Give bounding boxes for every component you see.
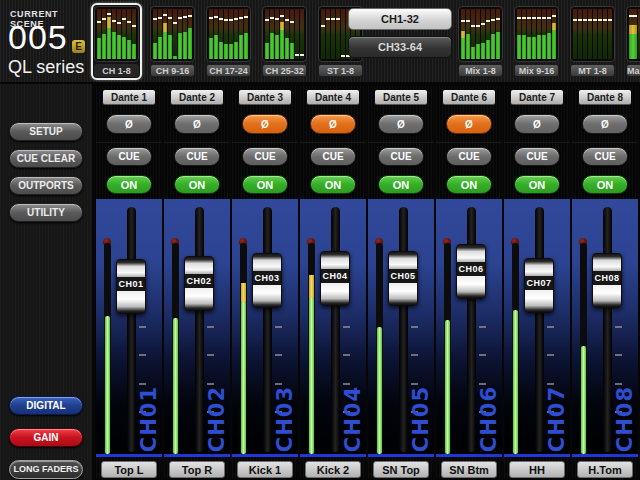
meter-block-label[interactable]: CH 1-8 xyxy=(94,64,139,77)
meter-block-label[interactable]: CH 17-24 xyxy=(206,64,251,77)
meter-bar xyxy=(163,9,167,59)
cue-button[interactable]: CUE xyxy=(106,147,152,166)
meter-block-ch-25-32[interactable]: CH 25-32 xyxy=(259,3,310,80)
meter-block-mix-9-16[interactable]: Mix 9-16 xyxy=(511,3,562,80)
fader-cap[interactable]: CH03 xyxy=(252,253,282,308)
meter-block-ch-17-24[interactable]: CH 17-24 xyxy=(203,3,254,80)
cue-button[interactable]: CUE xyxy=(174,147,220,166)
phase-button[interactable]: Ø xyxy=(242,114,288,134)
fader-track[interactable] xyxy=(263,207,272,452)
channel-name[interactable]: SN Btm xyxy=(441,461,497,478)
fader-track[interactable] xyxy=(603,207,612,452)
meter-block-label[interactable]: Mix 9-16 xyxy=(514,64,559,77)
bank-button-ch33-64[interactable]: CH33-64 xyxy=(348,36,452,58)
meter-bar xyxy=(466,9,470,59)
channel-name[interactable]: Top L xyxy=(101,461,157,478)
meter-peak-tick xyxy=(471,25,475,27)
meter-peak-tick xyxy=(107,13,111,15)
fader-area: CH04CH04 xyxy=(300,199,366,457)
channel-name[interactable]: Kick 1 xyxy=(237,461,293,478)
meter-peak-tick xyxy=(486,20,490,22)
cue-button[interactable]: CUE xyxy=(446,147,492,166)
fader-cap[interactable]: CH08 xyxy=(592,253,622,308)
fader-track[interactable] xyxy=(127,207,136,452)
meter-fill xyxy=(542,35,546,59)
meter-yellow-segment xyxy=(280,22,284,30)
meter-block-mt-1-8[interactable]: MT 1-8 xyxy=(567,3,618,80)
fader-track[interactable] xyxy=(535,207,544,452)
phase-button[interactable]: Ø xyxy=(310,114,356,134)
fader-area: CH05CH05 xyxy=(368,199,434,457)
phase-button[interactable]: Ø xyxy=(106,114,152,134)
phase-button[interactable]: Ø xyxy=(174,114,220,134)
meter-peak-tick xyxy=(608,19,612,21)
fader-track[interactable] xyxy=(399,207,408,452)
meter-block-label[interactable]: Mix 1-8 xyxy=(458,64,503,77)
meter-fill xyxy=(280,30,284,59)
cue-button[interactable]: CUE xyxy=(310,147,356,166)
meter-block-mix-1-8[interactable]: Mix 1-8 xyxy=(455,3,506,80)
on-button[interactable]: ON xyxy=(310,175,356,194)
fader-cap[interactable]: CH07 xyxy=(524,258,554,313)
meter-block-label[interactable]: MT 1-8 xyxy=(570,64,615,77)
gain-button[interactable]: GAIN xyxy=(9,428,83,447)
utility-button[interactable]: UTILITY xyxy=(9,203,83,222)
strip-bottom-accent-line xyxy=(232,454,298,457)
meter-fill xyxy=(239,35,243,59)
cue-button[interactable]: CUE xyxy=(242,147,288,166)
meter-block-master[interactable]: Master xyxy=(623,3,640,80)
fader-cap[interactable]: CH02 xyxy=(184,256,214,311)
meter-peak-tick xyxy=(188,15,192,17)
meter-block-ch-1-8[interactable]: CH 1-8 xyxy=(91,3,142,80)
channel-name[interactable]: HH xyxy=(509,461,565,478)
meter-block-ch-9-16[interactable]: CH 9-16 xyxy=(147,3,198,80)
on-button[interactable]: ON xyxy=(446,175,492,194)
fader-cap[interactable]: CH05 xyxy=(388,251,418,306)
channel-name[interactable]: Top R xyxy=(169,461,225,478)
scene-edit-badge: E xyxy=(72,40,85,53)
cue-button[interactable]: CUE xyxy=(514,147,560,166)
phase-button[interactable]: Ø xyxy=(378,114,424,134)
meter-peak-tick xyxy=(542,17,546,19)
meter-fill xyxy=(547,33,551,59)
meter-block-label[interactable]: CH 9-16 xyxy=(150,64,195,77)
on-button[interactable]: ON xyxy=(378,175,424,194)
fader-track[interactable] xyxy=(331,207,340,452)
meter-peak-tick xyxy=(598,19,602,21)
meter-block-label[interactable]: CH 25-32 xyxy=(262,64,307,77)
on-button[interactable]: ON xyxy=(174,175,220,194)
meter-block-label[interactable]: ST 1-8 xyxy=(318,64,363,77)
long-faders-button[interactable]: LONG FADERS xyxy=(9,460,83,479)
bank-button-ch1-32[interactable]: CH1-32 xyxy=(348,8,452,30)
digital-button[interactable]: DIGITAL xyxy=(9,396,83,415)
fader-cap[interactable]: CH01 xyxy=(116,259,146,314)
on-button[interactable]: ON xyxy=(514,175,560,194)
meter-yellow-segment xyxy=(552,23,556,30)
channel-name[interactable]: H.Tom xyxy=(577,461,633,478)
channel-name[interactable]: SN Top xyxy=(373,461,429,478)
on-button[interactable]: ON xyxy=(106,175,152,194)
fader-cap[interactable]: CH04 xyxy=(320,251,350,306)
outports-button[interactable]: OUTPORTS xyxy=(9,176,83,195)
meter-bar xyxy=(336,9,340,59)
cue-clear-button[interactable]: CUE CLEAR xyxy=(9,149,83,168)
phase-button[interactable]: Ø xyxy=(446,114,492,134)
fader-cap[interactable]: CH06 xyxy=(456,244,486,299)
meter-peak-tick xyxy=(496,18,500,20)
cue-button[interactable]: CUE xyxy=(582,147,628,166)
channel-meter-fill xyxy=(445,320,450,454)
setup-button[interactable]: SETUP xyxy=(9,122,83,141)
phase-button[interactable]: Ø xyxy=(514,114,560,134)
cue-button[interactable]: CUE xyxy=(378,147,424,166)
port-label: Dante 5 xyxy=(375,90,427,105)
channel-name[interactable]: Kick 2 xyxy=(305,461,361,478)
fader-scale-tick xyxy=(207,383,214,385)
scene-display[interactable]: CURRENT SCENE 005 E QL series xyxy=(0,0,90,84)
on-button[interactable]: ON xyxy=(242,175,288,194)
phase-button[interactable]: Ø xyxy=(582,114,628,134)
on-button[interactable]: ON xyxy=(582,175,628,194)
meter-block-label[interactable]: Master xyxy=(626,64,640,77)
meter-bar xyxy=(234,9,238,59)
meter-bars xyxy=(514,6,559,62)
fader-track[interactable] xyxy=(195,207,204,452)
